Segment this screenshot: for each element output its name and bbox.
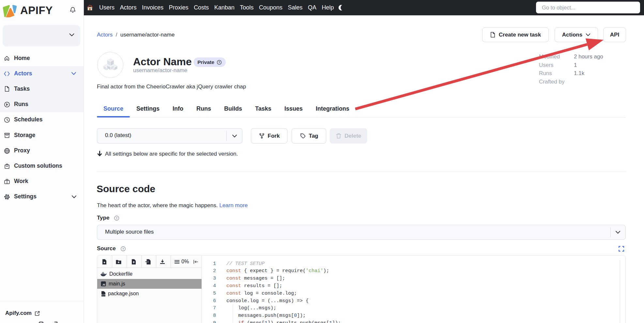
svg-text:?: ? xyxy=(218,61,220,64)
svg-text:?: ? xyxy=(122,247,124,250)
svg-text:JS: JS xyxy=(102,284,105,286)
svg-text:</>: </> xyxy=(101,293,106,296)
svg-text:?: ? xyxy=(116,216,118,220)
